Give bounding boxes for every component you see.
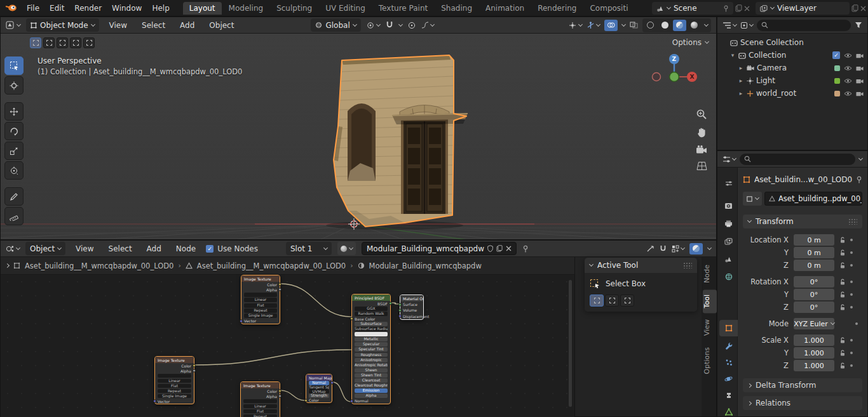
node-row[interactable]: Color	[155, 363, 194, 368]
gizmo-x-neg-axis[interactable]	[653, 73, 661, 81]
pivot-point-dropdown[interactable]	[367, 22, 380, 29]
output-socket[interactable]	[278, 390, 281, 393]
tab-physics[interactable]	[719, 371, 738, 387]
node-field[interactable]: Repeat	[158, 389, 191, 394]
node-field[interactable]: Specular Tint	[355, 347, 388, 352]
node-row[interactable]: Repeat	[241, 414, 280, 417]
animate-dot[interactable]	[850, 293, 853, 296]
node-row[interactable]: Clearcoat Roughness	[352, 383, 390, 388]
lock-icon[interactable]	[839, 249, 846, 256]
snap-target-dropdown[interactable]	[672, 245, 684, 253]
node-field[interactable]: GGX	[355, 307, 388, 311]
pin-icon[interactable]	[522, 245, 529, 253]
menu-select[interactable]: Select	[137, 20, 170, 31]
workspace-tab-rendering[interactable]: Rendering	[531, 2, 583, 15]
scene-selector[interactable]: Scene	[652, 2, 733, 15]
menu-add[interactable]: Add	[175, 20, 199, 31]
disclosure-icon[interactable]: ▸	[738, 65, 744, 71]
breadcrumb-mesh[interactable]: Aset_building__M_wmcqbapdw_00_LOD0	[197, 261, 346, 270]
node-row[interactable]: Single Image	[241, 314, 280, 319]
shading-rendered-button[interactable]	[688, 20, 701, 31]
lock-icon[interactable]	[839, 291, 846, 298]
tab-particles[interactable]	[719, 354, 738, 371]
menu-edit[interactable]: Edit	[45, 3, 69, 14]
node-field[interactable]: Emission	[355, 388, 388, 393]
unlink-material-icon[interactable]	[506, 246, 512, 251]
node-row[interactable]: Normal	[352, 399, 390, 404]
sidebar-tab-view[interactable]: View	[703, 314, 717, 341]
fake-user-shield-icon[interactable]	[487, 245, 493, 252]
node-field[interactable]: Linear	[243, 404, 277, 409]
select-mode-subtract[interactable]	[620, 295, 634, 307]
shader-node-image-texture[interactable]: Image TextureColorAlpha LinearFlatRepeat…	[240, 381, 280, 417]
node-header[interactable]: Normal Map	[306, 374, 332, 381]
animate-dot[interactable]	[850, 339, 853, 341]
outliner-item-label[interactable]: Camera	[757, 63, 832, 72]
node-row[interactable]: Anisotropic	[352, 357, 390, 362]
remove-view-layer-icon[interactable]	[860, 6, 866, 11]
pin-icon[interactable]	[856, 176, 862, 183]
mode-dropdown[interactable]: Object Mode	[26, 18, 99, 32]
node-field[interactable]: Sheen Tint	[355, 373, 388, 378]
outliner-item-label[interactable]: Collection	[749, 51, 830, 60]
node-row[interactable]: Tangent Space	[306, 385, 332, 390]
input-socket[interactable]	[398, 315, 402, 318]
outliner-item-label[interactable]: Light	[756, 76, 832, 85]
menu-window[interactable]: Window	[107, 3, 146, 14]
node-row[interactable]: Volume	[400, 307, 423, 313]
animate-dot[interactable]	[850, 352, 853, 354]
material-slot-dropdown[interactable]: Slot 1	[286, 242, 332, 255]
node-field[interactable]: Flat	[158, 384, 191, 388]
output-socket[interactable]	[193, 364, 196, 367]
preview-toggle[interactable]	[689, 243, 703, 255]
input-socket[interactable]	[304, 399, 308, 402]
outliner-row-light[interactable]: ▸Light	[717, 74, 867, 87]
tool-annotate[interactable]	[4, 187, 24, 206]
snap-settings-dropdown[interactable]	[399, 25, 402, 26]
node-field[interactable]: Repeat	[243, 414, 277, 417]
zoom-icon[interactable]	[696, 109, 707, 120]
output-socket[interactable]	[389, 302, 392, 305]
value-field[interactable]: 0 m	[794, 234, 834, 246]
outliner-item-label[interactable]: Scene Collection	[740, 38, 861, 47]
node-field[interactable]: Linear	[244, 298, 277, 302]
shader-node-normal-map[interactable]: Normal MapNormalTangent SpaceUVMapStreng…	[306, 374, 332, 403]
tab-tool[interactable]	[719, 175, 738, 192]
sidebar-tab-node[interactable]: Node	[703, 260, 717, 288]
menu-select[interactable]: Select	[104, 243, 137, 255]
properties-search[interactable]	[740, 154, 855, 165]
node-row[interactable]: Flat	[241, 303, 280, 308]
outliner-search[interactable]	[757, 20, 851, 31]
workspace-tab-texture-paint[interactable]: Texture Paint	[372, 2, 434, 15]
value-field[interactable]: 0°	[794, 276, 834, 288]
lock-icon[interactable]	[839, 279, 846, 286]
node-field[interactable]: Clearcoat	[355, 378, 388, 383]
sidebar-tab-tool[interactable]: Tool	[703, 289, 717, 313]
tab-output[interactable]	[719, 215, 738, 232]
tab-object-data[interactable]	[719, 404, 738, 417]
disable-render-icon[interactable]	[856, 53, 864, 58]
node-row[interactable]: Alpha	[241, 287, 280, 292]
pan-hand-icon[interactable]	[696, 127, 707, 138]
workspace-tab-modeling[interactable]: Modeling	[222, 2, 270, 15]
node-field[interactable]: Repeat	[244, 308, 277, 313]
node-row[interactable]: Subsurface	[352, 321, 390, 326]
node-field[interactable]: Metallic	[355, 337, 388, 341]
workspace-tab-layout[interactable]: Layout	[183, 2, 222, 15]
show-gizmo-dropdown[interactable]	[569, 22, 582, 29]
node-row[interactable]: Flat	[241, 409, 280, 414]
tab-modifiers[interactable]	[719, 338, 738, 354]
node-field[interactable]: Clearcoat Roughness	[355, 383, 388, 388]
node-field[interactable]: Normal	[309, 381, 329, 385]
output-socket[interactable]	[278, 288, 281, 291]
output-socket[interactable]	[278, 283, 281, 286]
node-field[interactable]: Single Image	[158, 394, 191, 399]
hide-eye-icon[interactable]	[844, 91, 852, 96]
overlays-dropdown[interactable]	[622, 25, 625, 26]
tab-constraints[interactable]	[719, 387, 738, 404]
editor-type-properties-icon[interactable]	[722, 156, 736, 163]
relations-panel-header[interactable]: Relations	[743, 396, 862, 410]
node-row[interactable]: Color	[241, 282, 280, 287]
hide-eye-icon[interactable]	[844, 65, 852, 71]
input-socket[interactable]	[350, 399, 353, 402]
